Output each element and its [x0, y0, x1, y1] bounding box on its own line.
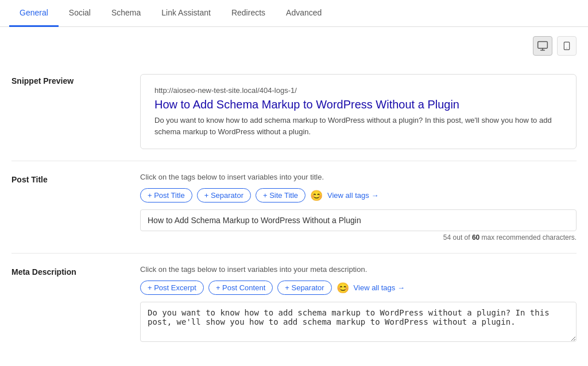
mobile-icon: [562, 40, 571, 52]
snippet-url: http://aioseo-new-test-site.local/404-lo…: [154, 86, 562, 95]
meta-separator-tag-button[interactable]: + Separator: [277, 281, 331, 295]
tab-advanced[interactable]: Advanced: [276, 0, 332, 27]
post-title-char-max: 60: [472, 233, 479, 242]
meta-description-content: Click on the tags below to insert variab…: [140, 265, 577, 344]
post-title-input[interactable]: [140, 209, 577, 231]
snippet-preview-box: http://aioseo-new-test-site.local/404-lo…: [140, 74, 577, 149]
tab-redirects[interactable]: Redirects: [221, 0, 276, 27]
post-title-label: Post Title: [11, 173, 126, 184]
post-excerpt-tag-button[interactable]: + Post Excerpt: [140, 281, 204, 295]
tab-link-assistant[interactable]: Link Assistant: [151, 0, 221, 27]
post-content-tag-button[interactable]: + Post Content: [208, 281, 273, 295]
meta-description-label: Meta Description: [11, 265, 126, 277]
device-toggle-group: [11, 36, 577, 56]
snippet-preview-label: Snippet Preview: [11, 74, 126, 85]
meta-description-section: Meta Description Click on the tags below…: [11, 254, 577, 355]
snippet-preview-content: http://aioseo-new-test-site.local/404-lo…: [140, 74, 577, 149]
tab-schema[interactable]: Schema: [101, 0, 151, 27]
post-title-tags-row: + Post Title + Separator + Site Title 😊 …: [140, 188, 577, 203]
meta-description-instruction: Click on the tags below to insert variab…: [140, 265, 577, 274]
post-title-char-current: 54: [443, 233, 451, 242]
snippet-description: Do you want to know how to add schema ma…: [154, 115, 562, 137]
post-title-emoji[interactable]: 😊: [310, 189, 323, 202]
desktop-icon: [537, 40, 548, 52]
post-title-content: Click on the tags below to insert variab…: [140, 173, 577, 242]
meta-description-view-all-link[interactable]: View all tags →: [354, 283, 405, 292]
snippet-preview-section: Snippet Preview http://aioseo-new-test-s…: [11, 63, 577, 161]
post-title-section: Post Title Click on the tags below to in…: [11, 161, 577, 254]
main-content: Snippet Preview http://aioseo-new-test-s…: [0, 27, 588, 364]
meta-description-emoji[interactable]: 😊: [336, 282, 349, 294]
snippet-title[interactable]: How to Add Schema Markup to WordPress Wi…: [154, 98, 562, 111]
post-title-char-suffix-text: max recommended characters.: [482, 233, 577, 242]
post-title-tag-button[interactable]: + Post Title: [140, 188, 192, 203]
post-title-instruction: Click on the tags below to insert variab…: [140, 173, 577, 181]
tab-social[interactable]: Social: [59, 0, 101, 27]
site-title-tag-button[interactable]: + Site Title: [256, 188, 305, 203]
meta-description-tags-row: + Post Excerpt + Post Content + Separato…: [140, 281, 577, 295]
post-title-char-count: 54 out of 60 max recommended characters.: [140, 233, 577, 242]
mobile-view-button[interactable]: [557, 36, 577, 56]
desktop-view-button[interactable]: [533, 36, 552, 56]
tab-general[interactable]: General: [9, 0, 59, 27]
post-title-view-all-link[interactable]: View all tags →: [327, 191, 378, 200]
separator-tag-button[interactable]: + Separator: [197, 188, 251, 203]
meta-description-input[interactable]: Do you want to know how to add schema ma…: [140, 302, 577, 342]
svg-rect-3: [564, 42, 569, 49]
svg-rect-0: [538, 42, 548, 49]
tab-navigation: General Social Schema Link Assistant Red…: [0, 0, 588, 27]
post-title-char-out-of: out of: [453, 233, 472, 242]
